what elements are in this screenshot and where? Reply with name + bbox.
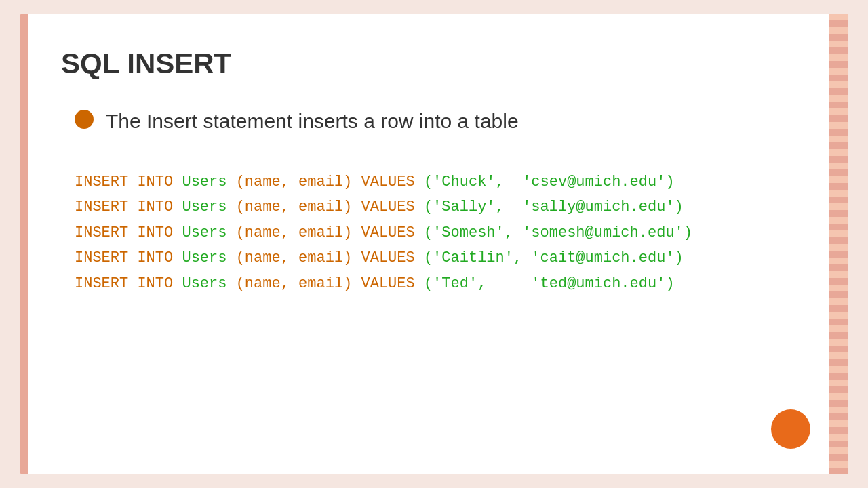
keyword-insert-2: INSERT [75, 195, 128, 220]
keyword-into-4: INTO [128, 245, 182, 270]
code-line-3: INSERT INTO Users (name, email) VALUES (… [75, 220, 807, 245]
keyword-users-5: Users [182, 271, 226, 296]
keyword-into-3: INTO [128, 220, 182, 245]
keyword-users-3: Users [182, 220, 226, 245]
keyword-values-2: VALUES [361, 195, 415, 220]
keyword-into-1: INTO [128, 169, 182, 195]
value-5: ('Ted', 'ted@umich.edu') [415, 271, 675, 296]
slide-title: SQL INSERT [61, 47, 807, 80]
keyword-values-1: VALUES [361, 169, 415, 195]
keyword-users-4: Users [182, 245, 226, 270]
paren-1: (name, [226, 169, 298, 195]
bullet-icon [75, 110, 94, 129]
email-2: email) [298, 195, 361, 220]
code-block: INSERT INTO Users (name, email) VALUES (… [61, 169, 807, 296]
keyword-insert-4: INSERT [75, 245, 128, 270]
keyword-into-2: INTO [128, 195, 182, 220]
bullet-text: The Insert statement inserts a row into … [106, 107, 519, 136]
email-1: email) [298, 169, 361, 195]
keyword-users-2: Users [182, 195, 226, 220]
email-3: email) [298, 220, 361, 245]
email-5: email) [298, 271, 361, 296]
keyword-insert-1: INSERT [75, 169, 128, 195]
orange-circle-decoration [771, 409, 810, 449]
keyword-values-5: VALUES [361, 271, 415, 296]
keyword-insert-3: INSERT [75, 220, 128, 245]
keyword-values-3: VALUES [361, 220, 415, 245]
paren-5: (name, [226, 271, 298, 296]
value-3: ('Somesh', 'somesh@umich.edu') [415, 220, 692, 245]
paren-4: (name, [226, 245, 298, 270]
code-line-5: INSERT INTO Users (name, email) VALUES (… [75, 271, 807, 296]
paren-2: (name, [226, 195, 298, 220]
bullet-section: The Insert statement inserts a row into … [61, 107, 807, 136]
value-1: ('Chuck', 'csev@umich.edu') [415, 169, 675, 195]
code-line-1: INSERT INTO Users (name, email) VALUES (… [75, 169, 807, 195]
keyword-values-4: VALUES [361, 245, 415, 270]
value-2: ('Sally', 'sally@umich.edu') [415, 195, 684, 220]
email-4: email) [298, 245, 361, 270]
code-line-2: INSERT INTO Users (name, email) VALUES (… [75, 195, 807, 220]
slide: SQL INSERT The Insert statement inserts … [20, 14, 848, 474]
paren-3: (name, [226, 220, 298, 245]
keyword-into-5: INTO [128, 271, 182, 296]
code-line-4: INSERT INTO Users (name, email) VALUES (… [75, 245, 807, 270]
value-4: ('Caitlin', 'cait@umich.edu') [415, 245, 684, 270]
keyword-insert-5: INSERT [75, 271, 128, 296]
left-decorative-strip [20, 14, 28, 474]
keyword-users-1: Users [182, 169, 226, 195]
